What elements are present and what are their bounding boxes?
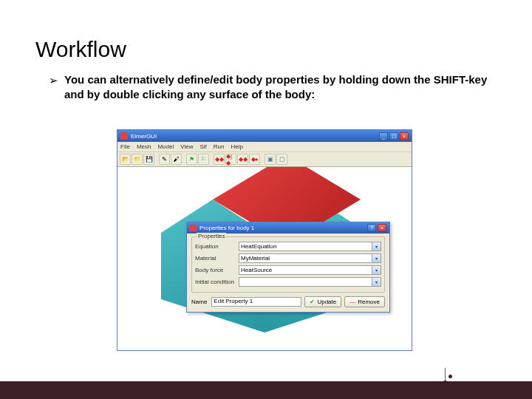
bodyforce-label: Body force [195, 267, 236, 273]
chevron-down-icon[interactable]: ▾ [372, 254, 381, 262]
name-input[interactable]: Edit Property 1 [211, 297, 301, 307]
flag2-icon[interactable]: ⚐ [198, 154, 209, 165]
wand-icon[interactable]: ✎ [159, 154, 170, 165]
open-icon[interactable]: 📂 [120, 154, 131, 165]
dialog-titlebar[interactable]: Properties for body 1 ? × [187, 222, 389, 233]
bodyforce-select[interactable]: HeatSource▾ [239, 265, 381, 275]
dialog-close-button[interactable]: × [378, 224, 386, 232]
slide-footer: C S C [0, 362, 532, 399]
brush-icon[interactable]: 🖌 [171, 154, 182, 165]
equation-select[interactable]: HeatEquation▾ [239, 242, 381, 251]
menu-file[interactable]: File [120, 143, 130, 150]
slide-title: Workflow [35, 37, 497, 62]
monitor-icon[interactable]: ▢ [276, 154, 287, 165]
app-icon [120, 132, 128, 140]
update-button[interactable]: ✔Update [304, 296, 341, 307]
bullet-item: ➢ You can alternatively define/edit body… [49, 72, 497, 103]
equation-label: Equation [195, 243, 236, 250]
chevron-down-icon[interactable]: ▾ [372, 242, 381, 250]
app-title: ElmerGUI [131, 133, 379, 140]
initial-select[interactable]: ▾ [239, 277, 381, 287]
remove-button[interactable]: —Remove [344, 296, 385, 307]
minus-icon: — [349, 299, 355, 305]
flag-icon[interactable]: ⚑ [186, 154, 197, 165]
maximize-button[interactable]: □ [389, 132, 398, 140]
red-nav-3-icon[interactable]: ◆◆ [237, 154, 248, 165]
save-icon[interactable]: 💾 [143, 154, 154, 165]
dialog-icon [190, 225, 197, 231]
dialog-title: Properties for body 1 [200, 225, 367, 231]
red-nav-2-icon[interactable]: ◆|◆ [225, 154, 236, 165]
toolbar: 📂 📁 💾 ✎ 🖌 ⚑ ⚐ ◆◆ ◆|◆ ◆◆ ◆▸ ▣ ▢ [117, 152, 412, 167]
minimize-button[interactable]: _ [379, 132, 388, 140]
box-icon[interactable]: ▣ [265, 154, 276, 165]
bullet-text: You can alternatively define/edit body p… [64, 72, 497, 103]
group-label: Properties [197, 233, 226, 239]
check-icon: ✔ [310, 299, 315, 305]
dialog-help-button[interactable]: ? [367, 224, 376, 232]
material-label: Material [195, 255, 236, 262]
menu-view[interactable]: View [180, 143, 193, 150]
menu-sif[interactable]: Sif [200, 143, 206, 150]
properties-dialog: Properties for body 1 ? × Properties Equ… [186, 222, 390, 313]
chevron-down-icon[interactable]: ▾ [372, 278, 381, 286]
red-nav-4-icon[interactable]: ◆▸ [249, 154, 260, 165]
menu-help[interactable]: Help [231, 143, 242, 150]
app-titlebar[interactable]: ElmerGUI _ □ × [117, 130, 412, 142]
properties-group: Properties Equation HeatEquation▾ Materi… [191, 236, 385, 293]
menu-mesh[interactable]: Mesh [137, 143, 151, 150]
close-button[interactable]: × [400, 132, 409, 140]
name-label: Name [191, 299, 207, 305]
folder-icon[interactable]: 📁 [132, 154, 143, 165]
red-nav-1-icon[interactable]: ◆◆ [214, 154, 225, 165]
initial-label: Initial condition [195, 279, 236, 285]
menubar: File Mesh Model View Sif Run Help [117, 142, 412, 152]
material-select[interactable]: MyMaterial▾ [239, 253, 381, 263]
bullet-arrow-icon: ➢ [49, 74, 58, 87]
chevron-down-icon[interactable]: ▾ [372, 266, 381, 274]
menu-run[interactable]: Run [214, 143, 225, 150]
menu-model[interactable]: Model [157, 143, 174, 150]
